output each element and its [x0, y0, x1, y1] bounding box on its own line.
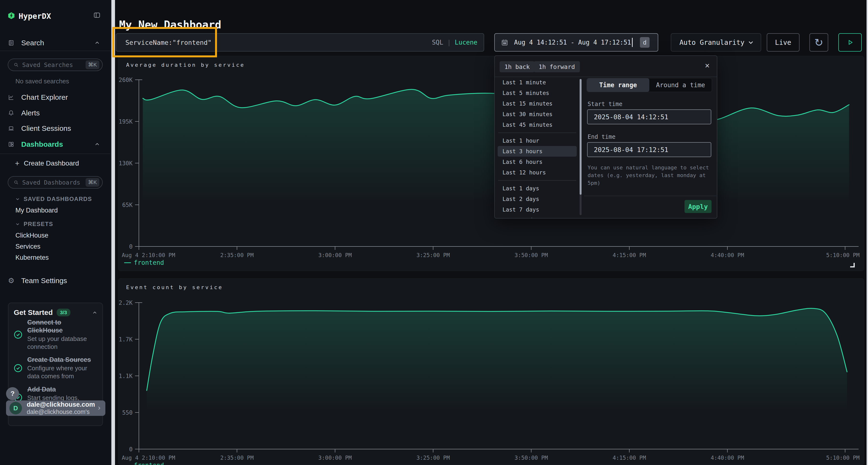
- x-tick-label: Aug 4 2:10:00 PM: [122, 252, 175, 258]
- end-time-label: End time: [588, 133, 616, 140]
- start-time-input[interactable]: 2025-08-04 14:12:51: [587, 109, 711, 124]
- lucene-toggle[interactable]: Lucene: [455, 39, 477, 46]
- sidebar-item-team-settings[interactable]: ⚙ Team Settings: [0, 273, 111, 289]
- get-started-title: Get Started: [14, 308, 53, 317]
- sidebar-item-client-sessions[interactable]: Client Sessions: [0, 121, 111, 136]
- get-started-item[interactable]: Create Data SourcesConfigure where your …: [13, 356, 98, 380]
- y-tick-label: 1.1K: [119, 373, 133, 379]
- list-scrollbar-thumb[interactable]: [580, 79, 582, 195]
- relative-time-option[interactable]: Last 7 days: [498, 204, 577, 215]
- y-tick-label: 2.2K: [119, 299, 133, 306]
- sidebar-item-label: Chart Explorer: [21, 93, 68, 101]
- refresh-button[interactable]: ↻: [809, 33, 828, 52]
- x-tick-label: 4:40:00 PM: [711, 455, 744, 461]
- tab-time-range[interactable]: Time range: [587, 78, 649, 92]
- relative-time-option[interactable]: Last 14 days: [498, 215, 577, 218]
- y-tick-label: 1.7K: [119, 336, 133, 343]
- help-button[interactable]: ?: [6, 387, 19, 400]
- sidebar-scrollbar[interactable]: [112, 0, 115, 465]
- preset-dashboard-item[interactable]: Services: [16, 243, 40, 250]
- relative-time-option[interactable]: Last 1 minute: [498, 77, 577, 88]
- saved-dashboards-input[interactable]: Saved Dashboards ⌘K: [8, 176, 103, 189]
- y-tick-label: 65K: [122, 202, 133, 208]
- search-journal-icon: [8, 40, 14, 46]
- sidebar-item-dashboards[interactable]: Dashboards: [0, 137, 111, 152]
- refresh-icon: ↻: [814, 36, 824, 49]
- start-time-value: 2025-08-04 14:12:51: [594, 113, 669, 121]
- dashboard-filter-input[interactable]: ServiceName:"frontend" SQL | Lucene: [116, 33, 484, 52]
- chart-legend[interactable]: frontend: [124, 259, 164, 266]
- relative-time-option[interactable]: Last 3 hours: [498, 146, 577, 157]
- relative-time-option[interactable]: Last 1 days: [498, 183, 577, 194]
- divider: [0, 154, 111, 154]
- sidebar-item-search[interactable]: Search: [0, 35, 111, 51]
- create-dashboard-button[interactable]: + Create Dashboard: [0, 156, 111, 171]
- chart-icon: [8, 94, 14, 100]
- sidebar-item-label: Team Settings: [21, 276, 67, 285]
- preset-dashboard-item[interactable]: Kubernetes: [16, 254, 49, 261]
- relative-time-option[interactable]: Last 15 minutes: [498, 98, 577, 109]
- sidebar-item-alerts[interactable]: Alerts: [0, 105, 111, 121]
- chart-legend[interactable]: frontend: [124, 462, 164, 465]
- section-saved-dashboards[interactable]: SAVED DASHBOARDS: [16, 196, 92, 202]
- saved-dashboard-item[interactable]: My Dashboard: [16, 207, 58, 214]
- run-query-button[interactable]: [838, 33, 862, 52]
- relative-time-option[interactable]: Last 5 minutes: [498, 88, 577, 98]
- chevron-up-icon: [94, 40, 100, 45]
- relative-time-option[interactable]: Last 6 hours: [498, 157, 577, 167]
- filter-query-text: ServiceName:"frontend": [125, 39, 212, 46]
- shift-back-button[interactable]: 1h back: [500, 61, 534, 72]
- get-started-item-title: Connect to ClickHouse: [27, 319, 98, 334]
- y-tick-label: 0: [129, 243, 133, 250]
- shift-forward-button[interactable]: 1h forward: [534, 61, 580, 72]
- get-started-item[interactable]: Connect to ClickHouseSet up your databas…: [13, 319, 98, 351]
- chart-panel-event-count[interactable]: Event count by service 05501.1K1.7K2.2KA…: [118, 278, 864, 465]
- search-icon: [13, 62, 19, 67]
- x-tick-label: Aug 4 2:10:00 PM: [122, 455, 175, 461]
- sidebar-item-label: Dashboards: [21, 140, 63, 148]
- y-tick-label: 260K: [119, 77, 133, 84]
- tab-around-a-time[interactable]: Around a time: [649, 78, 712, 92]
- time-range-value: Aug 4 14:12:51 - Aug 4 17:12:51: [514, 39, 631, 46]
- sql-toggle[interactable]: SQL: [432, 39, 443, 46]
- x-tick-label: 3:00:00 PM: [318, 455, 351, 461]
- create-dashboard-label: Create Dashboard: [24, 160, 79, 167]
- plus-icon: +: [15, 159, 20, 168]
- live-button[interactable]: Live: [767, 33, 800, 52]
- preset-dashboard-item[interactable]: ClickHouse: [16, 232, 49, 239]
- granularity-select[interactable]: Auto Granularity: [671, 33, 761, 52]
- hyperdx-logo-icon: [8, 12, 14, 19]
- time-mode-tabs: Time range Around a time: [587, 78, 712, 92]
- y-tick-label: 550: [122, 409, 133, 416]
- close-icon[interactable]: ✕: [705, 61, 710, 70]
- divider: [584, 196, 716, 196]
- chevron-up-icon[interactable]: [92, 310, 97, 315]
- x-tick-label: 4:40:00 PM: [711, 252, 744, 258]
- panel-resize-handle[interactable]: [850, 263, 855, 267]
- brand-name: HyperDX: [19, 11, 51, 21]
- page-scrollbar[interactable]: [867, 0, 868, 465]
- relative-time-option[interactable]: Last 1 hour: [498, 135, 577, 146]
- y-tick-label: 195K: [119, 118, 133, 125]
- sidebar-item-chart-explorer[interactable]: Chart Explorer: [0, 90, 111, 105]
- apply-button[interactable]: Apply: [684, 200, 712, 213]
- relative-time-option[interactable]: Last 12 hours: [498, 167, 577, 178]
- section-presets[interactable]: PRESETS: [16, 221, 53, 227]
- no-saved-searches-note: No saved searches: [16, 77, 69, 85]
- x-tick-label: 3:00:00 PM: [318, 252, 351, 258]
- gear-icon: ⚙: [8, 277, 14, 284]
- saved-searches-input[interactable]: Saved Searches ⌘K: [8, 59, 103, 71]
- relative-time-option[interactable]: Last 45 minutes: [498, 120, 577, 130]
- get-started-item-title: Add Data: [27, 386, 98, 393]
- check-circle-icon: [13, 330, 23, 339]
- x-tick-label: 5:10:00 PM: [826, 455, 860, 461]
- sidebar-collapse-button[interactable]: [93, 11, 101, 19]
- time-range-input[interactable]: Aug 4 14:12:51 - Aug 4 17:12:51 d: [494, 33, 658, 52]
- user-menu[interactable]: D dale@clickhouse.com dale@clickhouse.co…: [6, 400, 105, 416]
- chart-panel-average-duration[interactable]: Average duration by service 065K130K195K…: [118, 56, 864, 271]
- relative-time-option[interactable]: Last 2 days: [498, 194, 577, 204]
- end-time-value: 2025-08-04 17:12:51: [594, 146, 669, 154]
- relative-time-option[interactable]: Last 30 minutes: [498, 109, 577, 120]
- end-time-input[interactable]: 2025-08-04 17:12:51: [587, 142, 711, 157]
- legend-swatch: [124, 262, 131, 263]
